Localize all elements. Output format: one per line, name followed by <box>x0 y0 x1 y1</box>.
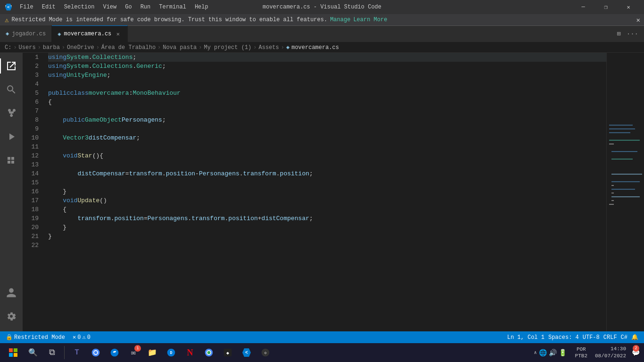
breadcrumb-sep-2: › <box>38 44 41 51</box>
chrome-taskbar-icon[interactable] <box>87 344 104 361</box>
run-debug-icon[interactable] <box>0 125 23 148</box>
restricted-mode-status[interactable]: 🔒 Restricted Mode <box>4 331 67 343</box>
errors-status[interactable]: ✕ 0 ⚠ 0 <box>71 331 92 343</box>
restore-button[interactable]: ❐ <box>595 0 617 14</box>
tray-volume[interactable]: 🔊 <box>549 349 557 357</box>
line-num-5: 5 <box>23 89 42 98</box>
line-num-6: 6 <box>23 98 42 107</box>
vscode-logo-icon: {'<'} <box>5 3 12 11</box>
svg-rect-20 <box>9 353 13 357</box>
split-editor-button[interactable]: ⊞ <box>615 29 622 39</box>
breadcrumb-users[interactable]: Users <box>19 44 36 51</box>
unity2-taskbar-icon[interactable]: ◇ <box>257 344 274 361</box>
notifications-button[interactable]: 🔔 <box>629 331 640 343</box>
tab-label-jogador: jogador.cs <box>12 31 46 37</box>
line-num-1: 1 <box>23 53 42 62</box>
line-num-19: 19 <box>23 214 42 223</box>
account-icon[interactable] <box>0 281 23 304</box>
breadcrumb-assets[interactable]: Assets <box>259 44 279 51</box>
line-num-15: 15 <box>23 178 42 187</box>
manage-link[interactable]: Manage <box>330 16 350 23</box>
indentation-status[interactable]: Spaces: 4 <box>546 331 581 343</box>
encoding-status[interactable]: UTF-8 <box>581 331 602 343</box>
menu-run[interactable]: Run <box>137 3 155 11</box>
teams-taskbar-icon[interactable]: T <box>68 344 85 361</box>
dell-taskbar-icon[interactable]: D <box>163 344 180 361</box>
code-editor[interactable]: 1 2 3 4 5 6 7 8 9 10 11 12 13 14 15 16 1… <box>23 53 644 331</box>
window-controls: ─ ❐ ✕ <box>572 0 639 14</box>
line-num-13: 13 <box>23 160 42 169</box>
tab-movercamera[interactable]: ◈ movercamera.cs ✕ <box>52 25 128 42</box>
menu-edit[interactable]: Edit <box>38 3 59 11</box>
status-bar-right: Ln 1, Col 1 Spaces: 4 UTF-8 CRLF C# 🔔 <box>505 331 640 343</box>
line-num-2: 2 <box>23 62 42 71</box>
warning-icon: ⚠ <box>5 16 8 24</box>
search-taskbar-button[interactable]: 🔍 <box>25 344 41 361</box>
tab-bar-controls: ⊞ ··· <box>611 25 644 42</box>
bell-icon: 🔔 <box>631 334 638 341</box>
files-taskbar-icon[interactable]: 📁 <box>144 344 161 361</box>
code-line-8: public GameObject Personagens; <box>48 115 606 124</box>
breadcrumb: C: › Users › barba › OneDrive › Área de … <box>0 42 644 53</box>
breadcrumb-c[interactable]: C: <box>5 44 11 51</box>
more-actions-button[interactable]: ··· <box>625 29 640 39</box>
banner-close-button[interactable]: ✕ <box>636 16 640 24</box>
source-control-icon[interactable] <box>0 102 23 124</box>
extensions-icon[interactable] <box>0 149 23 172</box>
language-status[interactable]: C# <box>619 331 629 343</box>
tab-close-button[interactable]: ✕ <box>114 30 122 38</box>
code-line-1: using System.Collections; <box>48 53 606 62</box>
language-indicator[interactable]: POR PTB2 <box>572 346 590 360</box>
tray-network[interactable]: 🌐 <box>539 349 547 357</box>
cursor-position-status[interactable]: Ln 1, Col 1 <box>505 331 546 343</box>
breadcrumb-onedrive[interactable]: OneDrive <box>67 44 94 51</box>
line-ending-status[interactable]: CRLF <box>602 331 619 343</box>
breadcrumb-sep-5: › <box>157 44 161 51</box>
start-button[interactable] <box>4 344 23 361</box>
menu-help[interactable]: Help <box>191 3 212 11</box>
title-bar: {'<'} File Edit Selection View Go Run Te… <box>0 0 644 14</box>
menu-file[interactable]: File <box>16 3 37 11</box>
line-ending-label: CRLF <box>603 334 617 341</box>
tray-chevron[interactable]: ∧ <box>534 350 537 355</box>
breadcrumb-sep-8: › <box>281 44 284 51</box>
clock-date: 08/07/2022 <box>595 353 626 360</box>
code-line-6: { <box>48 98 606 107</box>
cs-file-icon: ◈ <box>6 30 9 37</box>
tray-battery[interactable]: 🔋 <box>559 349 567 357</box>
tab-jogador[interactable]: ◈ jogador.cs <box>0 25 52 42</box>
menu-view[interactable]: View <box>99 3 120 11</box>
svg-text:◆: ◆ <box>226 351 229 356</box>
settings-icon[interactable] <box>0 305 23 328</box>
minimap <box>606 53 644 331</box>
line-num-21: 21 <box>23 232 42 241</box>
breadcrumb-barba[interactable]: barba <box>43 44 60 51</box>
edge-taskbar-icon[interactable] <box>106 344 123 361</box>
banner-text: Restricted Mode is intended for safe cod… <box>11 16 327 23</box>
vscode-taskbar-icon[interactable]: < <box>238 344 255 361</box>
menu-go[interactable]: Go <box>121 3 135 11</box>
search-icon[interactable] <box>0 78 23 101</box>
menu-selection[interactable]: Selection <box>60 3 99 11</box>
breadcrumb-nova[interactable]: Nova pasta <box>163 44 197 51</box>
close-button[interactable]: ✕ <box>618 0 639 14</box>
netflix-taskbar-icon[interactable]: N <box>182 344 198 361</box>
svg-text:{'<'}: {'<'} <box>5 5 12 10</box>
system-clock[interactable]: 14:30 08/07/2022 <box>592 346 629 360</box>
minimize-button[interactable]: ─ <box>572 0 594 14</box>
learn-more-link[interactable]: Learn More <box>353 16 387 23</box>
notification-area[interactable]: 💬 2 <box>631 344 640 361</box>
code-line-10: Vector3 distCompensar; <box>48 133 606 142</box>
breadcrumb-project[interactable]: My project (1) <box>204 44 252 51</box>
breadcrumb-filename[interactable]: movercamera.cs <box>291 44 339 51</box>
code-line-20: } <box>48 223 606 232</box>
activity-bar <box>0 53 23 331</box>
breadcrumb-area[interactable]: Área de Trabalho <box>101 44 156 51</box>
chrome2-taskbar-icon[interactable] <box>200 344 217 361</box>
explorer-icon[interactable] <box>0 55 23 77</box>
mail-taskbar-icon[interactable]: ✉ 1 <box>125 344 142 361</box>
menu-terminal[interactable]: Terminal <box>155 3 190 11</box>
code-content[interactable]: using System.Collections; using System.C… <box>46 53 606 331</box>
task-view-button[interactable]: ⧉ <box>43 344 60 361</box>
unity-taskbar-icon[interactable]: ◆ <box>219 344 236 361</box>
